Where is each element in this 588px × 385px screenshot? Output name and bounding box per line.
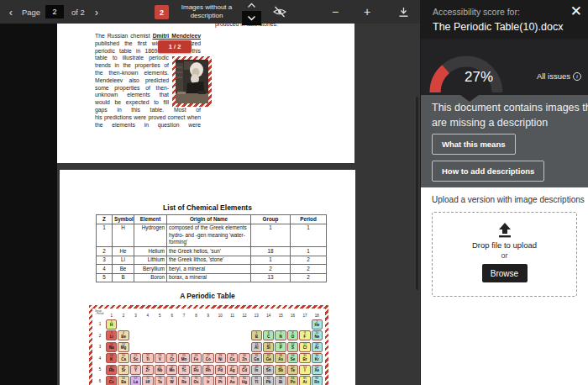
pt-element-Rb: 37Rb bbox=[106, 365, 117, 375]
pt-group-number: 17 bbox=[299, 314, 310, 318]
table-cell: 4 bbox=[97, 265, 113, 274]
what-this-means-button[interactable]: What this means bbox=[432, 134, 516, 155]
pt-period-row: 655Cs56Ba57La72Hf73Ta74W75Re76Os77Ir78Pt… bbox=[95, 376, 323, 385]
pt-element-Au: 79Au bbox=[227, 376, 238, 385]
table-cell: 3 bbox=[97, 256, 113, 265]
pt-element-Pd: 46Pd bbox=[215, 365, 226, 375]
download-button[interactable] bbox=[393, 0, 413, 24]
browse-button[interactable]: Browse bbox=[482, 264, 528, 282]
pt-element-Zn: 30Zn bbox=[239, 353, 249, 363]
pt-element-I: 53I bbox=[299, 365, 310, 375]
pt-group-number: 11 bbox=[227, 314, 238, 318]
pt-element-Cr: 24Cr bbox=[166, 353, 177, 363]
pt-element-In: 49In bbox=[251, 365, 262, 375]
pt-element-Sb: 51Sb bbox=[275, 365, 286, 375]
pt-element-Pt: 78Pt bbox=[215, 376, 226, 385]
table-cell: 1 bbox=[291, 247, 327, 256]
table-cell: 2 bbox=[251, 265, 291, 274]
page-number-input[interactable] bbox=[45, 5, 64, 18]
table-header-cell: Origin of Name bbox=[167, 215, 251, 224]
elements-table: ZSymbolElementOrigin of NameGroupPeriod1… bbox=[96, 214, 327, 282]
table-cell: H bbox=[113, 224, 134, 247]
table-row: 3LiLithiumthe Greek lithos, 'stone'12 bbox=[97, 256, 327, 265]
issue-message: This document contains images that are m… bbox=[432, 101, 588, 130]
pt-element-Bi: 83Bi bbox=[275, 376, 286, 385]
table-cell: 1 bbox=[291, 224, 327, 247]
pt-element-La: 57La bbox=[130, 376, 141, 385]
pt-period-number: 2 bbox=[95, 330, 105, 340]
page-label: Page bbox=[20, 0, 42, 24]
table-cell: the Greek helios, 'sun' bbox=[167, 247, 251, 256]
table-cell: the Greek lithos, 'stone' bbox=[167, 256, 251, 265]
pt-element-Y: 39Y bbox=[130, 365, 141, 375]
next-issue-button[interactable] bbox=[242, 11, 261, 25]
page-total-label: of 2 bbox=[67, 0, 89, 24]
pt-element-Cd: 48Cd bbox=[239, 365, 249, 375]
pt-element-Kr: 36Kr bbox=[312, 353, 323, 363]
pt-element-Ca: 20Ca bbox=[118, 353, 129, 363]
or-label: or bbox=[501, 251, 507, 260]
pt-element-Nb: 41Nb bbox=[155, 365, 165, 375]
issue-count-badge: 2 bbox=[155, 5, 169, 19]
pt-element-Mo: 42Mo bbox=[166, 365, 177, 375]
pt-element-Rh: 45Rh bbox=[202, 365, 213, 375]
pt-element-Ba: 56Ba bbox=[118, 376, 129, 385]
pt-group-number: 18 bbox=[312, 314, 323, 318]
pt-element-Ru: 44Ru bbox=[191, 365, 202, 375]
doc-text-line: Mendeleev also predicted bbox=[95, 77, 169, 85]
pt-element-He: 2He bbox=[312, 319, 323, 330]
pt-group-number: 7 bbox=[178, 314, 189, 318]
table-cell: 2 bbox=[97, 247, 113, 256]
pt-period-number: 1 bbox=[95, 319, 105, 330]
periodic-grid: Group →↓ Period1234567891011121314151617… bbox=[92, 309, 325, 385]
mendeleev-photo bbox=[176, 60, 208, 103]
file-dropzone[interactable]: Drop file to upload or Browse bbox=[432, 212, 577, 297]
pt-element-V: 23V bbox=[155, 353, 165, 363]
pt-group-number: 15 bbox=[275, 314, 286, 318]
next-page-button[interactable]: › bbox=[89, 0, 104, 24]
pt-element-Na: 11Na bbox=[106, 342, 117, 352]
pt-element-Al: 13Al bbox=[251, 342, 262, 352]
previous-issue-button[interactable] bbox=[242, 0, 261, 11]
table-cell: 1 bbox=[251, 256, 291, 265]
zoom-in-button[interactable]: + bbox=[358, 0, 376, 24]
prev-page-button[interactable]: ‹ bbox=[3, 0, 18, 24]
pt-element-As: 33As bbox=[275, 353, 286, 363]
viewer-left-margin bbox=[0, 24, 57, 385]
document-page-1: produced in laboratories. The Russian ch… bbox=[57, 24, 354, 163]
image-issue-badge: 1 / 2 bbox=[158, 40, 192, 53]
table-cell: 18 bbox=[251, 247, 291, 256]
table-cell: 13 bbox=[251, 273, 291, 282]
upload-heading: Upload a version with image descriptions bbox=[432, 195, 585, 204]
upload-section: Upload a version with image descriptions… bbox=[421, 187, 588, 385]
info-icon: i bbox=[573, 72, 581, 81]
table-cell: He bbox=[113, 247, 134, 256]
pt-element-Ag: 47Ag bbox=[227, 365, 238, 375]
table-row: 1HHydrogencomposed of the Greek elements… bbox=[97, 224, 327, 247]
pt-group-number: 14 bbox=[263, 314, 274, 318]
ally-preview-window: produced in laboratories. The Russian ch… bbox=[0, 0, 588, 385]
pt-element-Sc: 21Sc bbox=[130, 353, 141, 363]
pt-element-Hf: 72Hf bbox=[142, 376, 153, 385]
toggle-highlights-button[interactable] bbox=[269, 0, 291, 24]
table-cell: beryl, a mineral bbox=[167, 265, 251, 274]
drop-file-label: Drop file to upload bbox=[472, 240, 537, 250]
how-to-add-descriptions-button[interactable]: How to add descriptions bbox=[432, 161, 544, 182]
all-issues-link[interactable]: All issues i bbox=[537, 71, 581, 81]
download-icon bbox=[398, 7, 409, 18]
table-cell: composed of the Greek elements hydro- an… bbox=[167, 224, 251, 247]
pt-element-W: 74W bbox=[166, 376, 177, 385]
pt-group-number: 1 bbox=[106, 314, 117, 318]
gauge-notch bbox=[460, 95, 479, 102]
pt-element-Si: 14Si bbox=[263, 342, 274, 352]
viewer-scrollbar[interactable] bbox=[416, 97, 418, 290]
pt-element-Fe: 26Fe bbox=[191, 353, 202, 363]
table-cell: 2 bbox=[291, 265, 327, 274]
table-cell: Helium bbox=[134, 247, 167, 256]
pt-period-number: 4 bbox=[95, 353, 105, 363]
document-page-2: List of Chemical Elements ZSymbolElement… bbox=[60, 170, 355, 385]
pt-group-number: 5 bbox=[155, 314, 165, 318]
pt-element-Hg: 80Hg bbox=[239, 376, 249, 385]
zoom-out-button[interactable]: − bbox=[326, 0, 344, 24]
close-icon[interactable]: ✕ bbox=[570, 3, 582, 21]
